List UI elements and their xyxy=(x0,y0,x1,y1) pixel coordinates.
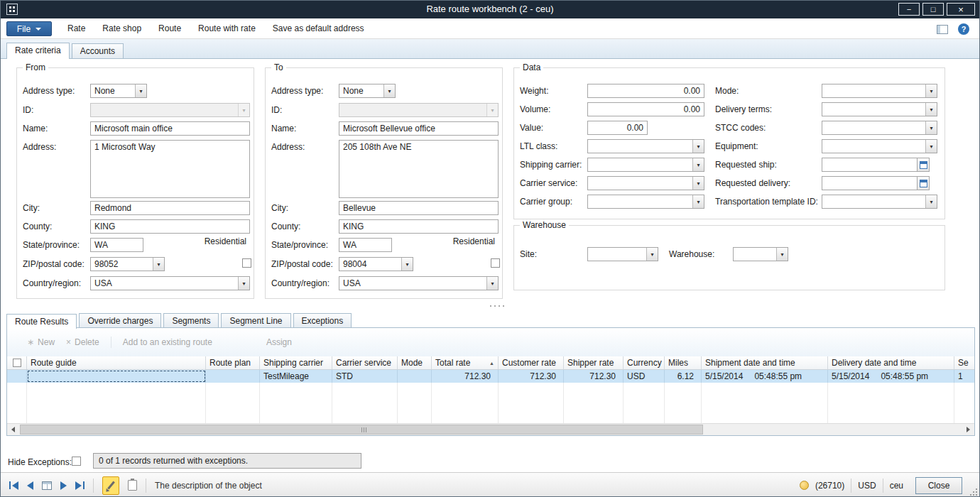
requested-delivery-date-picker[interactable] xyxy=(918,176,930,190)
carrier-group-select[interactable]: ▾ xyxy=(587,195,704,209)
cell-currency[interactable]: USD xyxy=(624,370,665,383)
warehouse-select[interactable]: ▾ xyxy=(733,247,788,261)
dropdown-arrow-icon[interactable]: ▾ xyxy=(692,158,704,171)
column-header-route-guide[interactable]: Route guide xyxy=(27,356,206,369)
dropdown-arrow-icon[interactable]: ▾ xyxy=(135,84,146,97)
cell-route-plan[interactable] xyxy=(206,370,260,383)
ltl-class-select[interactable]: ▾ xyxy=(587,139,704,153)
menu-item-route-with-rate[interactable]: Route with rate xyxy=(190,23,264,33)
dropdown-arrow-icon[interactable]: ▾ xyxy=(383,84,395,97)
cell-route-guide[interactable] xyxy=(27,370,206,383)
next-record-button[interactable] xyxy=(60,481,67,490)
from-city-input[interactable]: Redmond xyxy=(90,201,250,215)
dropdown-arrow-icon[interactable]: ▾ xyxy=(692,177,704,190)
transport-template-select[interactable]: ▾ xyxy=(822,195,937,209)
to-state-input[interactable]: WA xyxy=(339,238,392,252)
cell-shipper-rate[interactable]: 712.30 xyxy=(564,370,624,383)
mode-select[interactable]: ▾ xyxy=(822,84,937,98)
cell-carrier-service[interactable]: STD xyxy=(332,370,398,383)
to-zip-select[interactable]: 98004 ▾ xyxy=(339,257,413,271)
from-name-input[interactable]: Microsoft main office xyxy=(90,121,250,136)
dropdown-arrow-icon[interactable]: ▾ xyxy=(925,121,937,134)
notifications-count[interactable]: (26710) xyxy=(815,481,844,491)
to-city-input[interactable]: Bellevue xyxy=(339,201,499,215)
column-header-mode[interactable]: Mode xyxy=(398,356,432,369)
cell-total-rate[interactable]: 712.30 xyxy=(432,370,499,383)
grid-view-icon[interactable] xyxy=(42,481,52,490)
to-residential-checkbox[interactable] xyxy=(491,258,500,268)
dropdown-arrow-icon[interactable]: ▾ xyxy=(153,258,164,271)
first-record-button[interactable] xyxy=(9,481,18,490)
currency-indicator[interactable]: USD xyxy=(858,481,876,491)
dropdown-arrow-icon[interactable]: ▾ xyxy=(776,248,788,261)
minimize-button[interactable]: − xyxy=(898,3,920,16)
notifications-icon[interactable] xyxy=(800,481,809,490)
scrollbar-thumb[interactable] xyxy=(20,425,703,435)
to-name-input[interactable]: Microsoft Bellevue office xyxy=(339,121,499,136)
cell-mode[interactable] xyxy=(398,370,432,383)
requested-ship-input[interactable] xyxy=(822,158,918,172)
splitter-handle[interactable] xyxy=(490,305,508,307)
menu-item-route[interactable]: Route xyxy=(150,23,190,33)
column-header-miles[interactable]: Miles xyxy=(665,356,702,369)
column-header-shipment-date[interactable]: Shipment date and time xyxy=(702,356,828,369)
cell-shipment-date[interactable]: 5/15/2014 05:48:55 pm xyxy=(702,370,828,383)
select-all-cell[interactable] xyxy=(7,356,27,369)
grid-row-selected[interactable]: TestMileage STD 712.30 712.30 712.30 USD… xyxy=(7,370,974,383)
to-address-textarea[interactable]: 205 108th Ave NE xyxy=(339,140,499,198)
shipping-carrier-select[interactable]: ▾ xyxy=(587,158,704,172)
cell-segment[interactable]: 1 xyxy=(954,370,974,383)
menu-item-rate[interactable]: Rate xyxy=(59,23,94,33)
dropdown-arrow-icon[interactable]: ▾ xyxy=(925,84,937,97)
select-all-checkbox[interactable] xyxy=(13,359,21,367)
column-header-carrier-service[interactable]: Carrier service xyxy=(332,356,398,369)
menu-item-rate-shop[interactable]: Rate shop xyxy=(94,23,150,33)
dropdown-arrow-icon[interactable]: ▾ xyxy=(692,195,704,208)
tab-override-charges[interactable]: Override charges xyxy=(79,313,161,328)
help-icon[interactable]: ? xyxy=(958,23,969,35)
tab-segments[interactable]: Segments xyxy=(163,313,219,328)
volume-input[interactable]: 0.00 xyxy=(587,102,704,116)
previous-record-button[interactable] xyxy=(27,481,33,490)
weight-input[interactable]: 0.00 xyxy=(587,84,704,98)
site-select[interactable]: ▾ xyxy=(587,247,658,261)
resize-grip[interactable] xyxy=(969,487,978,496)
last-record-button[interactable] xyxy=(75,481,85,490)
tab-exceptions[interactable]: Exceptions xyxy=(293,313,352,328)
dropdown-arrow-icon[interactable]: ▾ xyxy=(925,195,937,208)
column-header-currency[interactable]: Currency xyxy=(624,356,665,369)
column-header-route-plan[interactable]: Route plan xyxy=(206,356,260,369)
dropdown-arrow-icon[interactable]: ▾ xyxy=(646,248,658,261)
grid-empty-area[interactable] xyxy=(7,383,974,423)
column-header-total-rate[interactable]: Total rate ▲ xyxy=(432,356,499,369)
add-to-existing-route-button[interactable]: Add to an existing route xyxy=(123,337,212,347)
scroll-right-button[interactable] xyxy=(962,424,974,435)
cell-customer-rate[interactable]: 712.30 xyxy=(499,370,564,383)
column-header-shipper-rate[interactable]: Shipper rate xyxy=(564,356,624,369)
close-window-button[interactable]: × xyxy=(947,3,975,16)
close-button[interactable]: Close xyxy=(915,477,962,494)
dropdown-arrow-icon[interactable]: ▾ xyxy=(925,140,937,153)
from-county-input[interactable]: KING xyxy=(90,219,250,234)
dropdown-arrow-icon[interactable]: ▾ xyxy=(692,140,704,153)
dropdown-arrow-icon[interactable]: ▾ xyxy=(238,277,249,290)
maximize-button[interactable]: □ xyxy=(922,3,944,16)
company-indicator[interactable]: ceu xyxy=(890,481,903,491)
tab-segment-line[interactable]: Segment Line xyxy=(221,313,290,328)
from-zip-select[interactable]: 98052 ▾ xyxy=(90,257,165,271)
cell-delivery-date[interactable]: 5/15/2014 05:48:55 pm xyxy=(828,370,954,383)
new-button[interactable]: ∗ New xyxy=(27,337,55,347)
tab-rate-criteria[interactable]: Rate criteria xyxy=(6,43,70,59)
to-address-type-select[interactable]: None ▾ xyxy=(339,84,396,98)
stcc-codes-select[interactable]: ▾ xyxy=(822,121,937,135)
column-header-segment[interactable]: Se xyxy=(954,356,974,369)
from-country-select[interactable]: USA ▾ xyxy=(90,276,250,290)
cell-miles[interactable]: 6.12 xyxy=(665,370,702,383)
menu-item-save-default-address[interactable]: Save as default address xyxy=(264,23,373,33)
dropdown-arrow-icon[interactable]: ▾ xyxy=(401,258,413,271)
column-header-customer-rate[interactable]: Customer rate xyxy=(499,356,564,369)
value-input[interactable]: 0.00 xyxy=(587,121,648,135)
equipment-select[interactable]: ▾ xyxy=(822,139,937,153)
delete-button[interactable]: × Delete xyxy=(66,337,99,347)
horizontal-scrollbar[interactable] xyxy=(7,423,974,435)
